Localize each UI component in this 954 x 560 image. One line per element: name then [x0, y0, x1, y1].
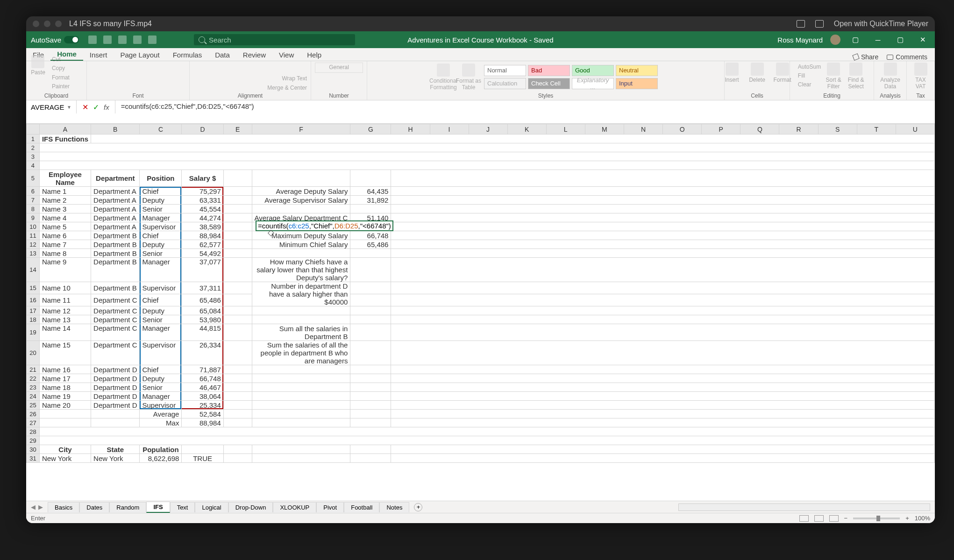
col-header[interactable]: F	[252, 124, 350, 135]
cell[interactable]: Department C	[91, 315, 140, 324]
sheet-tab[interactable]: Notes	[379, 502, 409, 512]
row-header[interactable]: 31	[27, 454, 40, 463]
active-cell-editor[interactable]: =countifs(c6:c25,"Chief",D6:D25,"<66748"…	[256, 220, 393, 231]
col-header[interactable]: C	[140, 124, 182, 135]
sheet-tab[interactable]: Football	[344, 502, 379, 512]
name-box[interactable]: AVERAGE ▼	[26, 100, 77, 113]
cell[interactable]: Manager	[140, 213, 182, 222]
cancel-formula-icon[interactable]: ✕	[82, 103, 88, 112]
cell[interactable]: Minimum Chief Salary	[252, 240, 350, 249]
cell[interactable]: Department D	[91, 392, 140, 401]
row-header[interactable]: 30	[27, 445, 40, 454]
cell[interactable]: Department C	[91, 324, 140, 341]
zoom-slider[interactable]	[853, 517, 900, 519]
row-header[interactable]: 8	[27, 205, 40, 213]
cell[interactable]: Name 1	[39, 187, 91, 196]
zoom-out-button[interactable]: −	[844, 515, 848, 522]
cell[interactable]: Maximum Deputy Salary	[252, 231, 350, 240]
minimize-dot[interactable]	[44, 21, 50, 27]
row-header[interactable]: 15	[27, 282, 40, 294]
cell[interactable]: 37,311	[182, 282, 223, 294]
cell[interactable]: Department B	[91, 240, 140, 249]
cell[interactable]: Name 2	[39, 196, 91, 205]
cell[interactable]: Chief	[140, 365, 182, 374]
enter-formula-icon[interactable]: ✓	[93, 103, 99, 112]
cell[interactable]: Deputy	[140, 240, 182, 249]
cell[interactable]: Department B	[91, 258, 140, 282]
cell[interactable]: Name 8	[39, 249, 91, 258]
col-header[interactable]: O	[663, 124, 702, 135]
cell[interactable]: Supervisor	[140, 401, 182, 410]
style-explanatory[interactable]: Explanatory ...	[572, 78, 614, 89]
merge-center-button[interactable]: Merge & Center	[267, 85, 307, 91]
col-header[interactable]: R	[779, 124, 818, 135]
cell[interactable]: Sum all the salaries in Department B	[252, 324, 350, 341]
cell[interactable]: Department A	[91, 205, 140, 213]
cell[interactable]: 71,887	[182, 365, 223, 374]
cell[interactable]: Senior	[140, 383, 182, 392]
sort-filter-button[interactable]: Sort & Filter	[824, 63, 843, 90]
cell[interactable]: Name 14	[39, 324, 91, 341]
sheet-nav-next-icon[interactable]: ▶	[38, 503, 43, 510]
row-header[interactable]: 4	[27, 161, 40, 170]
normal-view-button[interactable]	[799, 515, 809, 522]
cell[interactable]: Department D	[91, 383, 140, 392]
row-header[interactable]: 12	[27, 240, 40, 249]
tab-page-layout[interactable]: Page Layout	[114, 49, 166, 61]
sheet-tab[interactable]: Logical	[195, 502, 228, 512]
ribbon-options-icon[interactable]: ▢	[848, 35, 863, 44]
undo-icon[interactable]	[133, 35, 142, 44]
cell[interactable]: Department A	[91, 213, 140, 222]
row-header[interactable]: 29	[27, 436, 40, 445]
cell[interactable]: Name 3	[39, 205, 91, 213]
cell[interactable]: Name 15	[39, 341, 91, 365]
cell[interactable]: 45,554	[182, 205, 223, 213]
maximize-icon[interactable]: ▢	[893, 35, 908, 44]
cell[interactable]: Population	[140, 445, 182, 454]
cell[interactable]: Position	[140, 170, 182, 187]
minimize-icon[interactable]: ─	[870, 36, 885, 44]
redo-icon[interactable]	[148, 35, 157, 44]
cell[interactable]: Department C	[91, 341, 140, 365]
cut-button[interactable]: Cut	[52, 55, 83, 64]
cell[interactable]: Deputy	[140, 196, 182, 205]
col-header[interactable]: A	[39, 124, 91, 135]
cell[interactable]: Department B	[91, 249, 140, 258]
cell[interactable]: 53,980	[182, 315, 223, 324]
cell[interactable]: Department D	[91, 374, 140, 383]
cell[interactable]: Department D	[91, 365, 140, 374]
col-header[interactable]: E	[223, 124, 252, 135]
cell[interactable]: Number in department D have a salary hig…	[252, 282, 350, 306]
cell[interactable]: Senior	[140, 315, 182, 324]
cell[interactable]: New York	[39, 454, 91, 463]
format-painter-button[interactable]: Format Painter	[52, 73, 83, 91]
tab-formulas[interactable]: Formulas	[166, 49, 209, 61]
cell[interactable]: Manager	[140, 324, 182, 341]
cell[interactable]: Manager	[140, 392, 182, 401]
pip-icon[interactable]	[797, 20, 805, 28]
cell[interactable]: 65,084	[182, 306, 223, 315]
zoom-dot[interactable]	[55, 21, 62, 27]
row-header[interactable]: 3	[27, 152, 40, 161]
sheet-tab[interactable]: Pivot	[316, 502, 344, 512]
share-icon[interactable]	[815, 20, 824, 28]
chevron-down-icon[interactable]: ▼	[67, 105, 71, 110]
share-button[interactable]: Share	[853, 53, 878, 61]
cell[interactable]: Chief	[140, 294, 182, 306]
row-header[interactable]: 28	[27, 427, 40, 436]
cell[interactable]: Name 5	[39, 222, 91, 231]
cell[interactable]: Average	[140, 410, 182, 418]
cell[interactable]: Deputy	[140, 306, 182, 315]
row-header[interactable]: 10	[27, 222, 40, 231]
row-header[interactable]: 2	[27, 143, 40, 152]
cell[interactable]: 66,748	[350, 231, 391, 240]
cell[interactable]: Name 17	[39, 374, 91, 383]
spreadsheet-grid[interactable]: A B C D E F G H I J K L M N O P Q	[26, 124, 935, 463]
cell[interactable]: 88,984	[182, 231, 223, 240]
find-select-button[interactable]: Find & Select	[846, 63, 866, 90]
row-header[interactable]: 19	[27, 324, 40, 341]
style-neutral[interactable]: Neutral	[616, 65, 658, 76]
style-good[interactable]: Good	[572, 65, 614, 76]
col-header[interactable]: Q	[740, 124, 779, 135]
cell[interactable]: Name 13	[39, 315, 91, 324]
